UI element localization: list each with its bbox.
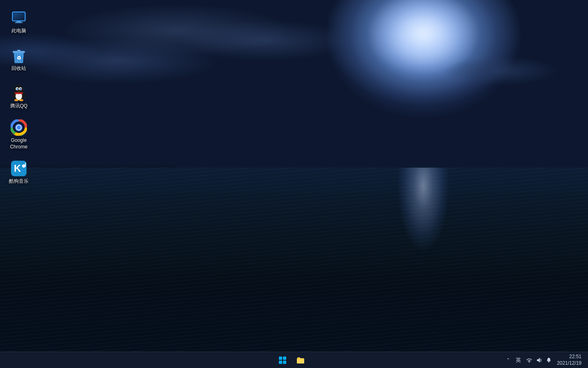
- chrome-icon: [11, 119, 27, 136]
- desktop-icon-kuwo[interactable]: K 酷狗音乐: [3, 155, 34, 191]
- desktop-icon-recycle-bin[interactable]: ♻ 回收站: [3, 42, 34, 78]
- svg-line-9: [21, 54, 22, 62]
- svg-text:K: K: [14, 163, 21, 174]
- svg-rect-32: [25, 163, 26, 167]
- my-computer-label: 此电脑: [11, 28, 26, 34]
- svg-rect-2: [16, 21, 21, 22]
- svg-rect-3: [15, 22, 23, 23]
- tray-overflow-button[interactable]: ⌃: [506, 357, 511, 363]
- clock-time: 22:51: [557, 354, 581, 360]
- svg-rect-4: [13, 13, 24, 20]
- chrome-label: Google Chrome: [5, 137, 33, 150]
- taskbar: ⌃ 英: [0, 352, 588, 368]
- desktop-icon-chrome[interactable]: Google Chrome: [3, 117, 34, 153]
- qq-label: 腾讯QQ: [10, 103, 28, 110]
- svg-point-22: [19, 99, 23, 101]
- svg-point-18: [17, 88, 18, 89]
- desktop-icon-my-computer[interactable]: 此电脑: [3, 4, 34, 40]
- svg-rect-20: [15, 92, 23, 94]
- svg-text:♻: ♻: [17, 55, 21, 61]
- network-icon[interactable]: [526, 357, 532, 364]
- wave-texture: [0, 168, 588, 352]
- kuwo-icon: K: [11, 160, 27, 177]
- desktop-icon-qq[interactable]: 腾讯QQ: [3, 79, 34, 115]
- desktop-icons-area: 此电脑 ♻ 回收站: [0, 0, 38, 195]
- svg-point-21: [14, 99, 18, 101]
- taskbar-right: ⌃ 英: [309, 353, 588, 367]
- recycle-bin-icon: ♻: [11, 47, 27, 64]
- svg-rect-6: [17, 50, 20, 52]
- monitor-icon: [11, 10, 27, 26]
- language-indicator[interactable]: 英: [514, 357, 523, 364]
- kuwo-label: 酷狗音乐: [9, 178, 29, 185]
- file-explorer-button[interactable]: [292, 352, 309, 368]
- svg-rect-33: [548, 361, 550, 362]
- svg-point-28: [17, 126, 21, 130]
- clock-date: 2021/12/19: [557, 360, 581, 367]
- qq-icon: [11, 85, 27, 101]
- taskbar-center: [274, 352, 309, 368]
- notification-icon[interactable]: [546, 357, 552, 364]
- svg-point-31: [22, 164, 25, 168]
- windows-logo-icon: [279, 357, 286, 364]
- system-clock[interactable]: 22:51 2021/12/19: [555, 353, 583, 367]
- start-button[interactable]: [274, 352, 291, 368]
- desktop: 此电脑 ♻ 回收站: [0, 0, 588, 368]
- folder-icon: [296, 356, 305, 364]
- recycle-bin-label: 回收站: [11, 65, 26, 72]
- sound-icon[interactable]: [536, 357, 542, 364]
- svg-point-19: [20, 88, 21, 89]
